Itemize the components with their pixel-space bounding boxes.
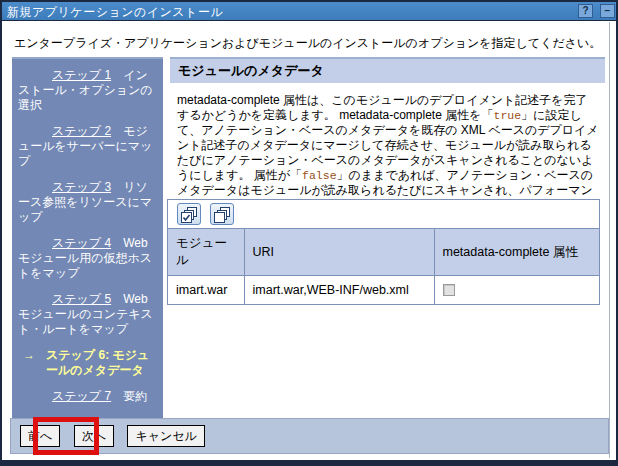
column-header-metadata-complete: metadata-complete 属性	[434, 229, 599, 276]
sidebar-step-4[interactable]: ステップ 4 Web モジュール用の仮想ホストをマップ	[18, 236, 159, 281]
button-bar: 前へ 次へ キャンセル	[10, 418, 609, 454]
step-4-link[interactable]: ステップ 4	[52, 236, 111, 250]
panel-title: モジュールのメタデータ	[170, 57, 605, 83]
help-button[interactable]: ?	[578, 4, 593, 18]
table-toolbar	[168, 200, 599, 229]
sidebar-step-3[interactable]: ステップ 3 リソース参照をリソースにマップ	[18, 180, 159, 225]
sidebar-step-2[interactable]: ステップ 2 モジュールをサーバーにマップ	[18, 124, 159, 169]
sidebar-step-5[interactable]: ステップ 5 Web モジュールのコンテキスト・ルートをマップ	[18, 292, 159, 337]
description-text: metadata-complete 属性は、このモジュールのデプロイメント記述子…	[177, 93, 599, 213]
panel-right-edge	[609, 22, 610, 458]
column-header-uri: URI	[244, 229, 434, 276]
next-button[interactable]: 次へ	[74, 425, 114, 447]
sidebar-step-7[interactable]: ステップ 7 要約	[18, 389, 159, 404]
cell-metadata-complete	[434, 276, 599, 304]
cancel-button[interactable]: キャンセル	[127, 425, 204, 447]
cell-uri: imart.war,WEB-INF/web.xml	[244, 276, 434, 304]
step-5-link[interactable]: ステップ 5	[52, 292, 111, 306]
step-7-label: 要約	[111, 389, 147, 403]
select-all-icon	[181, 207, 198, 223]
title-bar: 新規アプリケーションのインストール ? −	[2, 2, 616, 21]
table-row: imart.war imart.war,WEB-INF/web.xml	[168, 276, 599, 304]
step-2-link[interactable]: ステップ 2	[52, 124, 111, 138]
sidebar-step-1[interactable]: ステップ 1 インストール・オプションの選択	[18, 68, 159, 113]
modules-table-panel: モジュール URI metadata-complete 属性 imart.war…	[167, 199, 600, 305]
current-step-arrow-icon: →	[23, 348, 35, 363]
code-value-false: false	[302, 169, 337, 182]
step-6-label: ステップ 6: モジュールのメタデータ	[46, 348, 149, 377]
minimize-button[interactable]: −	[600, 4, 615, 18]
deselect-all-button[interactable]	[210, 203, 234, 225]
install-application-dialog: 新規アプリケーションのインストール ? − エンタープライズ・アプリケーションお…	[0, 0, 618, 466]
window-title: 新規アプリケーションのインストール	[7, 4, 223, 21]
step-3-link[interactable]: ステップ 3	[52, 180, 111, 194]
sidebar-step-6-current: → ステップ 6: モジュールのメタデータ	[18, 348, 159, 378]
code-value-true: true	[493, 109, 521, 122]
step-7-link[interactable]: ステップ 7	[52, 389, 111, 403]
metadata-complete-checkbox[interactable]	[443, 284, 455, 296]
modules-table: モジュール URI metadata-complete 属性 imart.war…	[168, 229, 599, 304]
select-all-button[interactable]	[177, 203, 201, 225]
deselect-all-icon	[214, 207, 231, 223]
cell-module: imart.war	[168, 276, 244, 304]
previous-button[interactable]: 前へ	[20, 425, 60, 447]
table-header-row: モジュール URI metadata-complete 属性	[168, 229, 599, 276]
steps-sidebar: ステップ 1 インストール・オプションの選択 ステップ 2 モジュールをサーバー…	[12, 57, 163, 418]
instruction-text: エンタープライズ・アプリケーションおよびモジュールのインストールのオプションを指…	[14, 35, 601, 52]
step-1-link[interactable]: ステップ 1	[52, 68, 111, 82]
column-header-module: モジュール	[168, 229, 244, 276]
